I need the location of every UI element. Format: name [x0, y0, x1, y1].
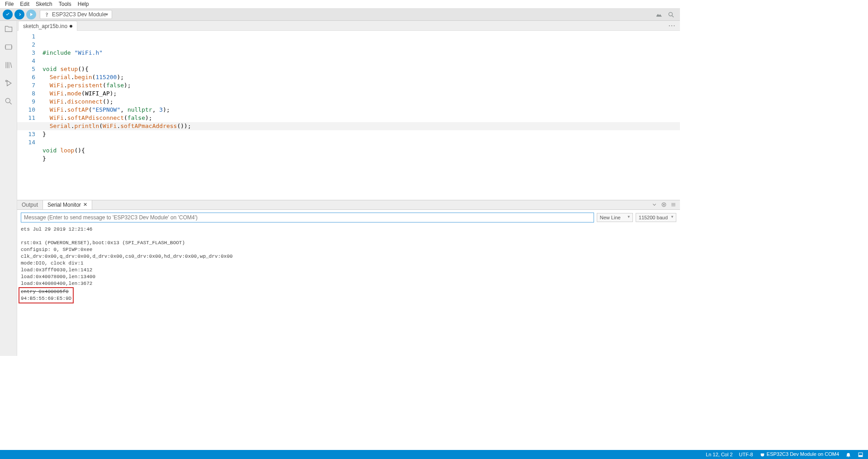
panel-tab-output[interactable]: Output	[17, 200, 42, 209]
chevron-down-icon[interactable]	[651, 202, 657, 208]
svg-point-0	[669, 12, 672, 16]
play-icon	[28, 12, 34, 17]
serial-controls: New Line ▼ 115200 baud ▼	[17, 210, 680, 225]
serial-monitor-panel: New Line ▼ 115200 baud ▼ ets Jul 29 2019…	[17, 210, 680, 356]
svg-rect-1	[5, 45, 11, 49]
boards-manager-icon[interactable]	[4, 43, 13, 52]
tab-sketch[interactable]: sketch_apr15b.ino	[18, 21, 77, 31]
baud-rate-value: 115200 baud	[639, 215, 668, 220]
menu-tools[interactable]: Tools	[56, 1, 75, 7]
debug-sidebar-icon[interactable]	[4, 79, 13, 88]
search-icon[interactable]	[4, 97, 13, 106]
menu-sketch[interactable]: Sketch	[33, 1, 56, 7]
svg-point-2	[5, 80, 7, 81]
panel-tab-serial-label: Serial Monitor	[47, 202, 81, 208]
code-editor[interactable]: 1234567891011121314 #include "WiFi.h" vo…	[17, 31, 680, 200]
svg-point-3	[5, 98, 10, 103]
unsaved-dot-icon	[70, 25, 72, 28]
editor-tabs: sketch_apr15b.ino ⋯	[17, 21, 680, 31]
toolbar-right	[656, 11, 677, 18]
panel-tab-serial-monitor[interactable]: Serial Monitor ✕	[42, 200, 92, 209]
left-sidebar	[0, 21, 17, 356]
content: sketch_apr15b.ino ⋯ 1234567891011121314 …	[17, 21, 680, 356]
tab-overflow-icon[interactable]: ⋯	[668, 21, 676, 30]
check-icon	[5, 12, 10, 17]
verify-button[interactable]	[3, 9, 13, 19]
toolbar: ESP32C3 Dev Module ▾	[0, 8, 680, 21]
arrow-right-icon	[17, 12, 22, 17]
chevron-down-icon: ▼	[670, 215, 674, 219]
folder-icon[interactable]	[4, 24, 13, 33]
upload-button[interactable]	[14, 9, 24, 19]
line-ending-value: New Line	[600, 215, 621, 220]
board-selector[interactable]: ESP32C3 Dev Module ▾	[40, 10, 112, 19]
menu-edit[interactable]: Edit	[17, 1, 33, 7]
cancel-icon[interactable]	[661, 202, 667, 208]
library-manager-icon[interactable]	[4, 61, 13, 70]
menu-bar: File Edit Sketch Tools Help	[0, 0, 680, 8]
close-icon[interactable]: ✕	[83, 202, 87, 208]
chevron-down-icon: ▼	[627, 215, 631, 219]
code-area[interactable]: #include "WiFi.h" void setup(){ Serial.b…	[39, 31, 680, 200]
baud-rate-select[interactable]: 115200 baud ▼	[636, 213, 676, 222]
main: sketch_apr15b.ino ⋯ 1234567891011121314 …	[0, 21, 680, 356]
menu-file[interactable]: File	[2, 1, 17, 7]
debug-button[interactable]	[26, 9, 36, 19]
line-ending-select[interactable]: New Line ▼	[597, 213, 633, 222]
serial-plotter-icon[interactable]	[656, 11, 663, 18]
serial-output[interactable]: ets Jul 29 2019 12:21:46 rst:0x1 (POWERO…	[17, 225, 680, 356]
chevron-down-icon: ▾	[106, 12, 108, 17]
panel-tabs: Output Serial Monitor ✕	[17, 200, 680, 210]
usb-icon	[44, 12, 49, 17]
board-name: ESP32C3 Dev Module	[52, 11, 106, 18]
panel-menu-icon[interactable]	[670, 202, 676, 208]
menu-help[interactable]: Help	[75, 1, 92, 7]
line-gutter: 1234567891011121314	[17, 31, 39, 200]
serial-message-input[interactable]	[21, 213, 594, 222]
tab-label: sketch_apr15b.ino	[23, 23, 67, 29]
serial-monitor-icon[interactable]	[667, 11, 675, 18]
